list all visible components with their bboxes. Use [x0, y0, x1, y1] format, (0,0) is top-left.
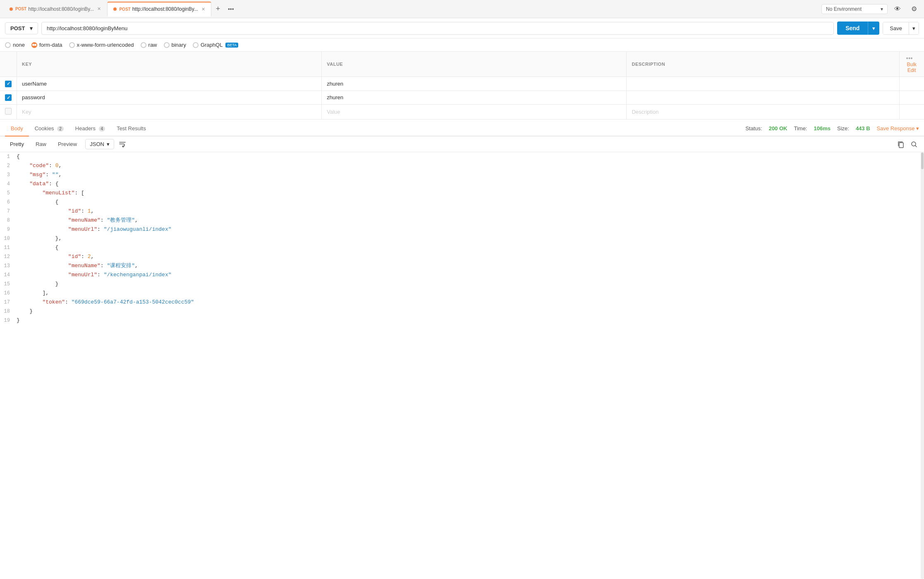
- row1-key[interactable]: userName: [17, 77, 322, 91]
- tab2-method: POST: [119, 7, 130, 12]
- placeholder-value[interactable]: Value: [322, 105, 627, 120]
- search-icon[interactable]: [909, 139, 919, 149]
- code-lines: 1{2 "code": 0,3 "msg": "",4 "data": {5 "…: [0, 152, 924, 325]
- line-number: 6: [0, 198, 17, 207]
- save-response-arrow: ▾: [916, 125, 919, 132]
- row2-key[interactable]: password: [17, 91, 322, 105]
- line-content: "msg": "",: [17, 170, 924, 179]
- row1-checkbox-cell: [0, 77, 17, 91]
- tab2-close-icon[interactable]: ✕: [201, 7, 205, 12]
- body-tab-label: Body: [11, 125, 23, 132]
- form-table-container: KEY VALUE DESCRIPTION ••• Bulk Edit: [0, 52, 924, 120]
- code-line-8: 8 "menuName": "教务管理",: [0, 216, 924, 225]
- tab2-method-dot: [113, 7, 117, 11]
- response-meta: Status: 200 OK Time: 106ms Size: 443 B S…: [745, 125, 919, 132]
- save-response-button[interactable]: Save Response ▾: [877, 125, 919, 132]
- fmt-tab-preview[interactable]: Preview: [53, 139, 82, 149]
- row2-actions: [899, 91, 924, 105]
- save-button-group: Save ▾: [883, 22, 919, 35]
- tab-test-results[interactable]: Test Results: [111, 121, 152, 136]
- line-content: "menuName": "课程安排",: [17, 261, 924, 270]
- form-table: KEY VALUE DESCRIPTION ••• Bulk Edit: [0, 52, 924, 120]
- send-button[interactable]: Send: [837, 22, 868, 35]
- eye-icon-button[interactable]: 👁: [891, 2, 904, 16]
- tab-bar-right: No Environment ▾ 👁 ⚙: [821, 2, 921, 16]
- tab-body[interactable]: Body: [5, 121, 29, 136]
- tab-2[interactable]: POST http://localhost:8080/loginBy... ✕: [107, 2, 211, 17]
- line-number: 11: [0, 243, 17, 252]
- bulk-edit-link[interactable]: Bulk Edit: [907, 62, 917, 73]
- new-tab-button[interactable]: +: [211, 2, 225, 16]
- raw-radio: [141, 42, 146, 48]
- body-type-graphql[interactable]: GraphQL BETA: [193, 42, 238, 48]
- line-number: 4: [0, 179, 17, 189]
- body-type-raw[interactable]: raw: [141, 42, 157, 48]
- cookies-tab-label: Cookies: [35, 125, 54, 132]
- code-line-19: 19}: [0, 316, 924, 325]
- line-content: "menuName": "教务管理",: [17, 216, 924, 225]
- graphql-radio: [193, 42, 199, 48]
- none-radio: [5, 42, 11, 48]
- row2-description[interactable]: [627, 91, 899, 105]
- save-button[interactable]: Save: [883, 22, 909, 34]
- url-input[interactable]: [41, 22, 834, 35]
- more-tabs-button[interactable]: •••: [225, 6, 237, 12]
- settings-icon-button[interactable]: ⚙: [907, 2, 921, 16]
- body-type-urlencoded[interactable]: x-www-form-urlencoded: [69, 42, 134, 48]
- format-value: JSON: [90, 141, 104, 147]
- graphql-label: GraphQL: [201, 42, 223, 48]
- placeholder-checkbox[interactable]: [5, 108, 12, 115]
- row1-checkbox[interactable]: [5, 81, 12, 87]
- save-dropdown-button[interactable]: ▾: [909, 22, 919, 34]
- code-line-12: 12 "id": 2,: [0, 252, 924, 261]
- scrollbar-track[interactable]: [921, 152, 924, 579]
- status-label: Status:: [745, 125, 762, 132]
- method-selector[interactable]: POST ▾: [5, 22, 38, 34]
- code-line-3: 3 "msg": "",: [0, 170, 924, 179]
- code-line-18: 18 }: [0, 307, 924, 316]
- table-row: password zhuren: [0, 91, 924, 105]
- fmt-tab-pretty[interactable]: Pretty: [5, 139, 29, 149]
- environment-selector[interactable]: No Environment ▾: [821, 4, 888, 14]
- tab1-close-icon[interactable]: ✕: [97, 6, 101, 12]
- line-content: "id": 1,: [17, 207, 924, 216]
- tab1-method-dot: [10, 7, 13, 11]
- body-type-binary[interactable]: binary: [164, 42, 186, 48]
- fmt-tab-raw[interactable]: Raw: [31, 139, 51, 149]
- line-content: }: [17, 316, 924, 325]
- copy-icon[interactable]: [896, 139, 906, 149]
- none-label: none: [13, 42, 25, 48]
- tab-cookies[interactable]: Cookies 2: [29, 121, 69, 136]
- row1-value[interactable]: zhuren: [322, 77, 627, 91]
- body-type-form-data[interactable]: form-data: [31, 42, 62, 48]
- line-number: 13: [0, 261, 17, 270]
- placeholder-key[interactable]: Key: [17, 105, 322, 120]
- row2-checkbox[interactable]: [5, 94, 12, 101]
- wrap-icon[interactable]: [117, 139, 127, 149]
- line-number: 2: [0, 161, 17, 170]
- col-value: VALUE: [322, 52, 627, 77]
- raw-label: raw: [148, 42, 157, 48]
- body-type-none[interactable]: none: [5, 42, 25, 48]
- send-dropdown-button[interactable]: ▾: [868, 22, 879, 35]
- key-placeholder: Key: [22, 109, 31, 115]
- line-number: 10: [0, 234, 17, 243]
- chevron-down-icon: ▾: [881, 6, 883, 12]
- line-number: 19: [0, 316, 17, 325]
- status-value: 200 OK: [769, 125, 788, 132]
- format-dropdown[interactable]: JSON ▾: [85, 139, 114, 149]
- row1-actions: [899, 77, 924, 91]
- row2-value[interactable]: zhuren: [322, 91, 627, 105]
- response-section: Body Cookies 2 Headers 4 Test Results St…: [0, 120, 924, 579]
- tab-headers[interactable]: Headers 4: [69, 121, 111, 136]
- col-key: KEY: [17, 52, 322, 77]
- tab-1[interactable]: POST http://localhost:8080/loginBy... ✕: [3, 2, 107, 17]
- more-options-icon[interactable]: •••: [906, 55, 913, 62]
- line-number: 3: [0, 170, 17, 179]
- placeholder-description[interactable]: Description: [627, 105, 899, 120]
- preview-label: Preview: [58, 141, 77, 147]
- row1-description[interactable]: [627, 77, 899, 91]
- line-content: "id": 2,: [17, 252, 924, 261]
- scrollbar-thumb[interactable]: [921, 153, 924, 169]
- code-line-14: 14 "menuUrl": "/kechenganpai/index": [0, 270, 924, 280]
